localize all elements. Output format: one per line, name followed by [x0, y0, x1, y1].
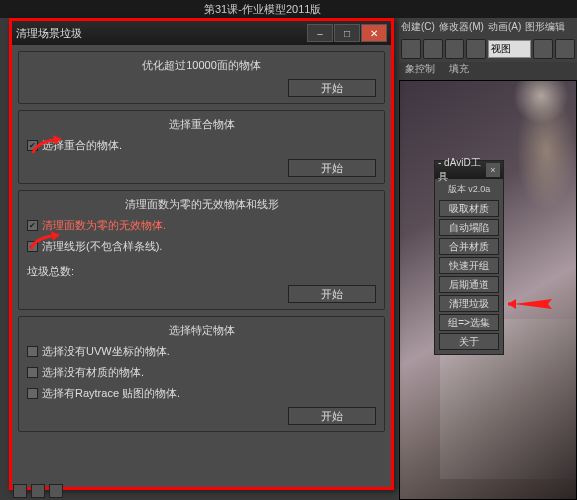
- status-icon[interactable]: [13, 484, 27, 498]
- view-select[interactable]: 视图: [488, 40, 531, 58]
- sublabel-b: 填充: [449, 62, 469, 78]
- menu-create[interactable]: 创建(C): [401, 20, 435, 34]
- toolpanel-version: 版本 v2.0a: [439, 183, 499, 196]
- checkbox-label: 选择没有材质的物体.: [42, 365, 144, 380]
- main-toolbar: 视图: [399, 36, 577, 62]
- toolpanel-title: - dAviD工具: [438, 156, 486, 184]
- tool-icon[interactable]: [401, 39, 421, 59]
- menu-modifier[interactable]: 修改器(M): [439, 20, 484, 34]
- close-button[interactable]: ✕: [361, 24, 387, 42]
- group-title: 优化超过10000面的物体: [27, 58, 376, 73]
- btn-clean-garbage[interactable]: 清理垃圾: [439, 295, 499, 312]
- checkbox-duplicate[interactable]: [27, 140, 38, 151]
- group-duplicate: 选择重合物体 选择重合的物体. 开始: [18, 110, 385, 184]
- btn-auto-collapse[interactable]: 自动塌陷: [439, 219, 499, 236]
- tool-icon[interactable]: [445, 39, 465, 59]
- btn-merge-material[interactable]: 合并材质: [439, 238, 499, 255]
- app-title: 第31课-作业模型2011版: [204, 2, 321, 17]
- close-icon[interactable]: ×: [486, 163, 500, 177]
- btn-post-channel[interactable]: 后期通道: [439, 276, 499, 293]
- checkbox-spline[interactable]: [27, 241, 38, 252]
- checkbox-label: 清理面数为零的无效物体.: [42, 218, 166, 233]
- toolpanel-titlebar[interactable]: - dAviD工具 ×: [435, 161, 503, 179]
- checkbox-label: 选择没有UVW坐标的物体.: [42, 344, 170, 359]
- group-zero-face: 清理面数为零的无效物体和线形 清理面数为零的无效物体. 清理线形(不包含样条线)…: [18, 190, 385, 310]
- group-title: 清理面数为零的无效物体和线形: [27, 197, 376, 212]
- menubar: 创建(C) 修改器(M) 动画(A) 图形编辑: [399, 18, 577, 36]
- status-icon[interactable]: [31, 484, 45, 498]
- annotation-arrow-icon: [508, 295, 552, 313]
- tool-icon[interactable]: [533, 39, 553, 59]
- btn-group-to-selset[interactable]: 组=>选集: [439, 314, 499, 331]
- checkbox-label: 清理线形(不包含样条线).: [42, 239, 162, 254]
- btn-quick-open-group[interactable]: 快速开组: [439, 257, 499, 274]
- garbage-total-label: 垃圾总数:: [27, 264, 74, 279]
- checkbox-label: 选择有Raytrace 贴图的物体.: [42, 386, 180, 401]
- checkbox-label: 选择重合的物体.: [42, 138, 122, 153]
- start-button[interactable]: 开始: [288, 285, 376, 303]
- menu-graph[interactable]: 图形编辑: [525, 20, 565, 34]
- minimize-button[interactable]: –: [307, 24, 333, 42]
- group-specific: 选择特定物体 选择没有UVW坐标的物体. 选择没有材质的物体. 选择有Raytr…: [18, 316, 385, 432]
- group-title: 选择重合物体: [27, 117, 376, 132]
- status-icon[interactable]: [49, 484, 63, 498]
- clean-scene-dialog: 清理场景垃圾 – □ ✕ 优化超过10000面的物体 开始 选择重合物体 选择重…: [9, 18, 394, 490]
- start-button[interactable]: 开始: [288, 159, 376, 177]
- tool-icon[interactable]: [555, 39, 575, 59]
- maximize-button[interactable]: □: [334, 24, 360, 42]
- start-button[interactable]: 开始: [288, 407, 376, 425]
- sublabel-a: 象控制: [405, 62, 435, 78]
- checkbox-raytrace[interactable]: [27, 388, 38, 399]
- david-tool-panel: - dAviD工具 × 版本 v2.0a 吸取材质 自动塌陷 合并材质 快速开组…: [434, 160, 504, 355]
- tool-icon[interactable]: [466, 39, 486, 59]
- btn-about[interactable]: 关于: [439, 333, 499, 350]
- start-button[interactable]: 开始: [288, 79, 376, 97]
- app-titlebar: 第31课-作业模型2011版: [0, 0, 577, 18]
- svg-marker-1: [508, 299, 516, 309]
- dialog-titlebar[interactable]: 清理场景垃圾 – □ ✕: [12, 21, 391, 45]
- checkbox-zero-face[interactable]: [27, 220, 38, 231]
- menu-animation[interactable]: 动画(A): [488, 20, 521, 34]
- status-bar: [9, 482, 394, 500]
- btn-pick-material[interactable]: 吸取材质: [439, 200, 499, 217]
- tool-icon[interactable]: [423, 39, 443, 59]
- group-title: 选择特定物体: [27, 323, 376, 338]
- checkbox-no-material[interactable]: [27, 367, 38, 378]
- viewport-deco: [516, 91, 576, 211]
- group-optimize: 优化超过10000面的物体 开始: [18, 51, 385, 104]
- checkbox-no-uvw[interactable]: [27, 346, 38, 357]
- sublabels: 象控制 填充: [399, 62, 577, 78]
- dialog-title: 清理场景垃圾: [16, 26, 306, 41]
